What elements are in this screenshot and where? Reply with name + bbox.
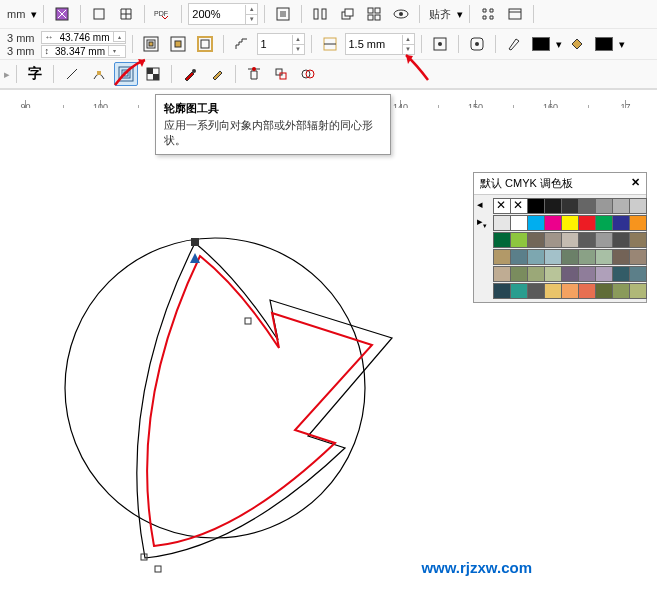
snap-icon[interactable] xyxy=(87,2,111,26)
combine-icon[interactable] xyxy=(296,62,320,86)
color-swatch[interactable] xyxy=(612,215,630,231)
color-swatch[interactable] xyxy=(561,215,579,231)
color-swatch[interactable] xyxy=(629,249,647,265)
contour-outside-icon[interactable] xyxy=(193,32,217,56)
view-icon[interactable] xyxy=(389,2,413,26)
color-swatch[interactable] xyxy=(544,215,562,231)
export-icon[interactable]: PDF xyxy=(151,2,175,26)
text-tool-icon[interactable]: 字 xyxy=(23,62,47,86)
color-swatch[interactable] xyxy=(578,215,596,231)
distribute-icon[interactable] xyxy=(362,2,386,26)
color-swatch[interactable] xyxy=(510,249,528,265)
color-swatch[interactable] xyxy=(561,198,579,214)
paste-label[interactable]: 贴齐 xyxy=(426,7,454,22)
palette-scroll-left-icon[interactable]: ◂ xyxy=(477,198,487,211)
color-swatch[interactable] xyxy=(595,198,613,214)
align-top-icon[interactable] xyxy=(242,62,266,86)
color-swatch[interactable] xyxy=(544,283,562,299)
color-swatch[interactable] xyxy=(493,232,511,248)
node-tool-icon[interactable] xyxy=(87,62,111,86)
color-swatch[interactable] xyxy=(527,249,545,265)
offset-input[interactable] xyxy=(346,38,402,50)
color-swatch[interactable] xyxy=(544,266,562,282)
color-swatch[interactable] xyxy=(527,215,545,231)
fill-color-icon[interactable] xyxy=(529,32,553,56)
color-swatch[interactable] xyxy=(612,249,630,265)
color-swatch[interactable] xyxy=(612,198,630,214)
color-swatch[interactable] xyxy=(595,249,613,265)
color-swatch[interactable] xyxy=(578,266,596,282)
color-swatch[interactable] xyxy=(595,266,613,282)
color-swatch[interactable] xyxy=(544,249,562,265)
color-swatch[interactable] xyxy=(527,198,545,214)
color-swatch[interactable] xyxy=(629,266,647,282)
paste-dropdown-icon[interactable]: ▾ xyxy=(457,8,463,21)
color-swatch[interactable] xyxy=(493,215,511,231)
color-swatch[interactable] xyxy=(578,232,596,248)
contour-inside-icon[interactable] xyxy=(166,32,190,56)
eyedropper-icon[interactable] xyxy=(178,62,202,86)
color-swatch[interactable] xyxy=(561,283,579,299)
color-swatch[interactable] xyxy=(510,198,528,214)
color-swatch[interactable] xyxy=(612,266,630,282)
height-input[interactable] xyxy=(52,46,108,56)
color-swatch[interactable] xyxy=(578,283,596,299)
layers-icon[interactable] xyxy=(335,2,359,26)
dropdown-icon[interactable]: ▾ xyxy=(31,8,37,21)
more-icon[interactable]: ▸ xyxy=(4,68,10,81)
color-swatch[interactable] xyxy=(595,232,613,248)
color-swatch[interactable] xyxy=(527,283,545,299)
transparency-tool-icon[interactable] xyxy=(141,62,165,86)
steps-input[interactable] xyxy=(258,38,292,50)
color-swatch[interactable] xyxy=(544,232,562,248)
outline-color-icon[interactable] xyxy=(565,32,589,56)
corner1-icon[interactable] xyxy=(428,32,452,56)
zoom-up[interactable]: ▲ xyxy=(245,5,257,15)
color-swatch[interactable] xyxy=(493,283,511,299)
zoom-down[interactable]: ▼ xyxy=(245,15,257,24)
outline-swatch[interactable] xyxy=(592,32,616,56)
color-swatch[interactable] xyxy=(612,283,630,299)
outline-pen-icon[interactable] xyxy=(502,32,526,56)
color-swatch[interactable] xyxy=(493,249,511,265)
fill-dropdown[interactable]: ▾ xyxy=(556,38,562,51)
color-swatch[interactable] xyxy=(578,198,596,214)
color-swatch[interactable] xyxy=(629,283,647,299)
tool-icon[interactable] xyxy=(50,2,74,26)
contour-tool-icon[interactable] xyxy=(114,62,138,86)
options2-icon[interactable] xyxy=(503,2,527,26)
color-swatch[interactable] xyxy=(595,215,613,231)
color-swatch[interactable] xyxy=(578,249,596,265)
color-swatch[interactable] xyxy=(510,215,528,231)
view-full-icon[interactable] xyxy=(271,2,295,26)
color-swatch[interactable] xyxy=(544,198,562,214)
palette-close-icon[interactable]: ✕ xyxy=(631,176,640,191)
line-tool-icon[interactable] xyxy=(60,62,84,86)
contour-center-icon[interactable] xyxy=(139,32,163,56)
width-input[interactable] xyxy=(57,32,113,42)
zoom-field[interactable]: ▲▼ xyxy=(188,3,258,25)
color-swatch[interactable] xyxy=(493,266,511,282)
corner2-icon[interactable] xyxy=(465,32,489,56)
outline-dropdown[interactable]: ▾ xyxy=(619,38,625,51)
color-swatch[interactable] xyxy=(612,232,630,248)
options-icon[interactable] xyxy=(476,2,500,26)
color-swatch[interactable] xyxy=(561,232,579,248)
group-icon[interactable] xyxy=(269,62,293,86)
color-swatch[interactable] xyxy=(629,232,647,248)
color-swatch[interactable] xyxy=(510,283,528,299)
color-swatch[interactable] xyxy=(493,198,511,214)
color-swatch[interactable] xyxy=(561,266,579,282)
color-swatch[interactable] xyxy=(510,232,528,248)
zoom-input[interactable] xyxy=(189,8,245,20)
color-swatch[interactable] xyxy=(595,283,613,299)
color-swatch[interactable] xyxy=(561,249,579,265)
palette-menu-icon[interactable]: ▸▾ xyxy=(477,215,487,230)
grid-icon[interactable] xyxy=(114,2,138,26)
color-swatch[interactable] xyxy=(527,266,545,282)
steps-field[interactable]: ▲▼ xyxy=(257,33,305,55)
color-swatch[interactable] xyxy=(629,215,647,231)
align-icon[interactable] xyxy=(308,2,332,26)
color-swatch[interactable] xyxy=(510,266,528,282)
brush-icon[interactable] xyxy=(205,62,229,86)
